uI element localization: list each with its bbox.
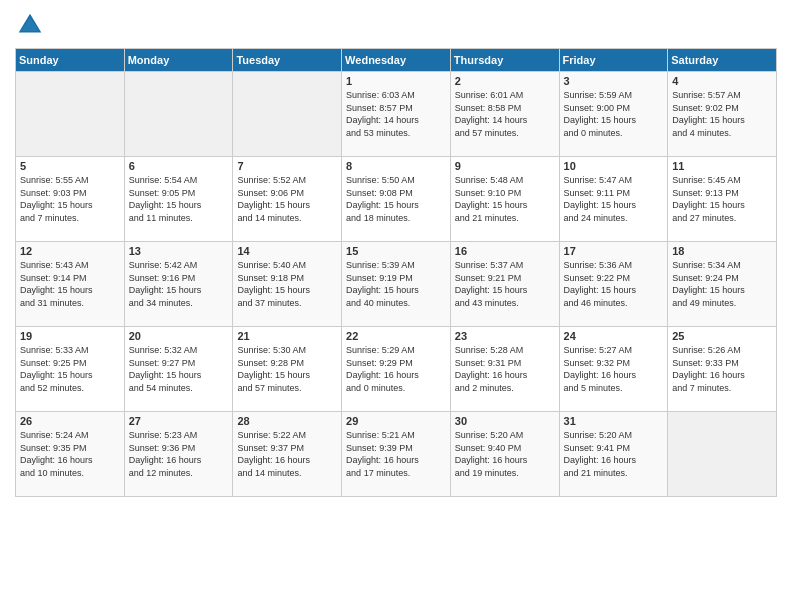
day-info: Sunrise: 5:50 AM Sunset: 9:08 PM Dayligh…	[346, 174, 446, 224]
calendar-cell: 18Sunrise: 5:34 AM Sunset: 9:24 PM Dayli…	[668, 242, 777, 327]
calendar-cell: 10Sunrise: 5:47 AM Sunset: 9:11 PM Dayli…	[559, 157, 668, 242]
day-number: 12	[20, 245, 120, 257]
calendar-cell	[668, 412, 777, 497]
calendar-week-4: 19Sunrise: 5:33 AM Sunset: 9:25 PM Dayli…	[16, 327, 777, 412]
day-info: Sunrise: 5:30 AM Sunset: 9:28 PM Dayligh…	[237, 344, 337, 394]
day-info: Sunrise: 5:54 AM Sunset: 9:05 PM Dayligh…	[129, 174, 229, 224]
day-number: 5	[20, 160, 120, 172]
calendar-week-2: 5Sunrise: 5:55 AM Sunset: 9:03 PM Daylig…	[16, 157, 777, 242]
day-info: Sunrise: 5:26 AM Sunset: 9:33 PM Dayligh…	[672, 344, 772, 394]
day-info: Sunrise: 5:39 AM Sunset: 9:19 PM Dayligh…	[346, 259, 446, 309]
calendar-cell: 6Sunrise: 5:54 AM Sunset: 9:05 PM Daylig…	[124, 157, 233, 242]
calendar-cell: 5Sunrise: 5:55 AM Sunset: 9:03 PM Daylig…	[16, 157, 125, 242]
page-container: SundayMondayTuesdayWednesdayThursdayFrid…	[0, 0, 792, 507]
calendar-cell: 30Sunrise: 5:20 AM Sunset: 9:40 PM Dayli…	[450, 412, 559, 497]
col-header-saturday: Saturday	[668, 49, 777, 72]
day-number: 17	[564, 245, 664, 257]
day-info: Sunrise: 5:48 AM Sunset: 9:10 PM Dayligh…	[455, 174, 555, 224]
day-number: 29	[346, 415, 446, 427]
day-number: 22	[346, 330, 446, 342]
day-number: 8	[346, 160, 446, 172]
day-number: 14	[237, 245, 337, 257]
day-info: Sunrise: 5:55 AM Sunset: 9:03 PM Dayligh…	[20, 174, 120, 224]
calendar-cell	[233, 72, 342, 157]
calendar-cell: 20Sunrise: 5:32 AM Sunset: 9:27 PM Dayli…	[124, 327, 233, 412]
day-number: 13	[129, 245, 229, 257]
day-info: Sunrise: 5:20 AM Sunset: 9:40 PM Dayligh…	[455, 429, 555, 479]
col-header-friday: Friday	[559, 49, 668, 72]
day-info: Sunrise: 6:01 AM Sunset: 8:58 PM Dayligh…	[455, 89, 555, 139]
day-number: 27	[129, 415, 229, 427]
logo	[15, 10, 50, 40]
day-info: Sunrise: 5:52 AM Sunset: 9:06 PM Dayligh…	[237, 174, 337, 224]
day-info: Sunrise: 5:37 AM Sunset: 9:21 PM Dayligh…	[455, 259, 555, 309]
calendar-week-5: 26Sunrise: 5:24 AM Sunset: 9:35 PM Dayli…	[16, 412, 777, 497]
day-number: 11	[672, 160, 772, 172]
day-info: Sunrise: 5:22 AM Sunset: 9:37 PM Dayligh…	[237, 429, 337, 479]
calendar-header-row: SundayMondayTuesdayWednesdayThursdayFrid…	[16, 49, 777, 72]
day-info: Sunrise: 5:27 AM Sunset: 9:32 PM Dayligh…	[564, 344, 664, 394]
col-header-monday: Monday	[124, 49, 233, 72]
calendar-cell: 3Sunrise: 5:59 AM Sunset: 9:00 PM Daylig…	[559, 72, 668, 157]
day-info: Sunrise: 5:47 AM Sunset: 9:11 PM Dayligh…	[564, 174, 664, 224]
day-info: Sunrise: 5:43 AM Sunset: 9:14 PM Dayligh…	[20, 259, 120, 309]
day-number: 21	[237, 330, 337, 342]
calendar-cell: 16Sunrise: 5:37 AM Sunset: 9:21 PM Dayli…	[450, 242, 559, 327]
col-header-wednesday: Wednesday	[342, 49, 451, 72]
day-number: 3	[564, 75, 664, 87]
day-number: 20	[129, 330, 229, 342]
calendar-cell: 19Sunrise: 5:33 AM Sunset: 9:25 PM Dayli…	[16, 327, 125, 412]
day-info: Sunrise: 5:33 AM Sunset: 9:25 PM Dayligh…	[20, 344, 120, 394]
calendar-cell: 23Sunrise: 5:28 AM Sunset: 9:31 PM Dayli…	[450, 327, 559, 412]
calendar-cell: 8Sunrise: 5:50 AM Sunset: 9:08 PM Daylig…	[342, 157, 451, 242]
day-info: Sunrise: 5:29 AM Sunset: 9:29 PM Dayligh…	[346, 344, 446, 394]
day-number: 4	[672, 75, 772, 87]
calendar-cell: 29Sunrise: 5:21 AM Sunset: 9:39 PM Dayli…	[342, 412, 451, 497]
day-number: 2	[455, 75, 555, 87]
calendar-cell	[124, 72, 233, 157]
day-info: Sunrise: 6:03 AM Sunset: 8:57 PM Dayligh…	[346, 89, 446, 139]
calendar-cell: 14Sunrise: 5:40 AM Sunset: 9:18 PM Dayli…	[233, 242, 342, 327]
day-number: 15	[346, 245, 446, 257]
day-number: 30	[455, 415, 555, 427]
calendar-cell: 11Sunrise: 5:45 AM Sunset: 9:13 PM Dayli…	[668, 157, 777, 242]
day-number: 9	[455, 160, 555, 172]
calendar-cell: 22Sunrise: 5:29 AM Sunset: 9:29 PM Dayli…	[342, 327, 451, 412]
calendar-cell: 13Sunrise: 5:42 AM Sunset: 9:16 PM Dayli…	[124, 242, 233, 327]
day-number: 25	[672, 330, 772, 342]
page-header	[15, 10, 777, 40]
col-header-sunday: Sunday	[16, 49, 125, 72]
day-info: Sunrise: 5:28 AM Sunset: 9:31 PM Dayligh…	[455, 344, 555, 394]
calendar-cell: 7Sunrise: 5:52 AM Sunset: 9:06 PM Daylig…	[233, 157, 342, 242]
calendar-cell: 27Sunrise: 5:23 AM Sunset: 9:36 PM Dayli…	[124, 412, 233, 497]
day-number: 28	[237, 415, 337, 427]
calendar-cell: 4Sunrise: 5:57 AM Sunset: 9:02 PM Daylig…	[668, 72, 777, 157]
calendar-cell: 25Sunrise: 5:26 AM Sunset: 9:33 PM Dayli…	[668, 327, 777, 412]
calendar-cell: 28Sunrise: 5:22 AM Sunset: 9:37 PM Dayli…	[233, 412, 342, 497]
day-info: Sunrise: 5:24 AM Sunset: 9:35 PM Dayligh…	[20, 429, 120, 479]
logo-icon	[15, 10, 45, 40]
day-number: 16	[455, 245, 555, 257]
day-number: 24	[564, 330, 664, 342]
col-header-tuesday: Tuesday	[233, 49, 342, 72]
calendar-cell	[16, 72, 125, 157]
day-number: 18	[672, 245, 772, 257]
day-info: Sunrise: 5:40 AM Sunset: 9:18 PM Dayligh…	[237, 259, 337, 309]
day-info: Sunrise: 5:36 AM Sunset: 9:22 PM Dayligh…	[564, 259, 664, 309]
calendar-week-3: 12Sunrise: 5:43 AM Sunset: 9:14 PM Dayli…	[16, 242, 777, 327]
day-number: 31	[564, 415, 664, 427]
day-number: 10	[564, 160, 664, 172]
day-info: Sunrise: 5:45 AM Sunset: 9:13 PM Dayligh…	[672, 174, 772, 224]
day-info: Sunrise: 5:34 AM Sunset: 9:24 PM Dayligh…	[672, 259, 772, 309]
calendar-cell: 1Sunrise: 6:03 AM Sunset: 8:57 PM Daylig…	[342, 72, 451, 157]
col-header-thursday: Thursday	[450, 49, 559, 72]
calendar-cell: 17Sunrise: 5:36 AM Sunset: 9:22 PM Dayli…	[559, 242, 668, 327]
day-number: 6	[129, 160, 229, 172]
calendar-week-1: 1Sunrise: 6:03 AM Sunset: 8:57 PM Daylig…	[16, 72, 777, 157]
calendar-cell: 9Sunrise: 5:48 AM Sunset: 9:10 PM Daylig…	[450, 157, 559, 242]
day-info: Sunrise: 5:21 AM Sunset: 9:39 PM Dayligh…	[346, 429, 446, 479]
day-number: 23	[455, 330, 555, 342]
day-info: Sunrise: 5:59 AM Sunset: 9:00 PM Dayligh…	[564, 89, 664, 139]
calendar-cell: 12Sunrise: 5:43 AM Sunset: 9:14 PM Dayli…	[16, 242, 125, 327]
day-info: Sunrise: 5:42 AM Sunset: 9:16 PM Dayligh…	[129, 259, 229, 309]
